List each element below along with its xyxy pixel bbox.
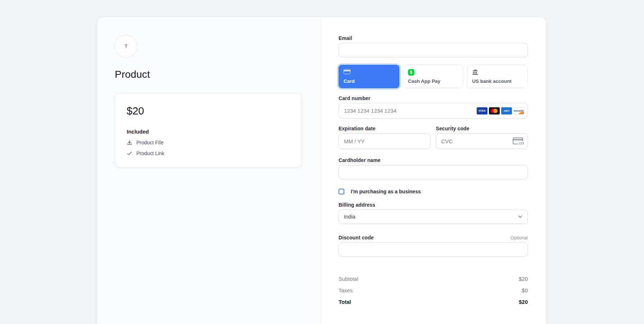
- avatar-letter: T: [125, 44, 128, 49]
- price-card: $20 Included Product FIle Product Link: [115, 93, 302, 167]
- chevron-down-icon: [518, 215, 522, 218]
- cash-app-icon: $: [408, 69, 414, 76]
- taxes-row: Taxes $0: [339, 287, 528, 294]
- country-select[interactable]: India: [339, 210, 528, 224]
- business-checkbox[interactable]: [339, 189, 344, 194]
- avatar: T: [115, 35, 137, 58]
- cardholder-label: Cardholder name: [339, 157, 528, 163]
- email-label: Email: [339, 35, 528, 41]
- card-number-label: Card number: [339, 95, 528, 101]
- expiration-input[interactable]: [339, 133, 431, 149]
- product-summary-panel: T Product $20 Included Product FIle Prod…: [97, 17, 321, 324]
- discover-badge: DISCOVER: [513, 107, 524, 114]
- tab-card[interactable]: Card: [339, 65, 399, 88]
- email-field[interactable]: [339, 43, 528, 57]
- taxes-label: Taxes: [339, 287, 353, 294]
- subtotal-row: Subtotal $20: [339, 276, 528, 282]
- total-row: Total $20: [339, 299, 528, 305]
- price-amount: $20: [127, 105, 290, 117]
- tab-label: Card: [344, 78, 394, 84]
- order-totals: Subtotal $20 Taxes $0 Total $20: [339, 276, 528, 305]
- download-icon: [127, 140, 132, 145]
- included-item-label: Product Link: [136, 150, 164, 156]
- discount-code-input[interactable]: [339, 242, 528, 257]
- expiration-label: Expiration date: [339, 126, 431, 131]
- total-label: Total: [339, 299, 351, 305]
- total-value: $20: [519, 299, 528, 305]
- billing-address-label: Billing address: [339, 202, 528, 208]
- svg-text:123: 123: [519, 141, 524, 145]
- taxes-value: $0: [522, 287, 528, 294]
- included-item-label: Product FIle: [136, 140, 163, 145]
- card-brand-badges: VISA AMEX DISCOVER: [477, 107, 524, 114]
- included-heading: Included: [127, 129, 290, 135]
- tab-us-bank-account[interactable]: US bank account: [467, 65, 528, 88]
- tab-label: US bank account: [472, 78, 523, 84]
- list-item: Product Link: [127, 150, 290, 156]
- business-checkbox-row[interactable]: I'm purchasing as a business: [339, 189, 528, 194]
- subtotal-value: $20: [519, 276, 528, 282]
- check-icon: [127, 150, 132, 156]
- credit-card-icon: [344, 69, 350, 74]
- mastercard-badge: [489, 107, 500, 114]
- discount-code-label: Discount code: [339, 235, 374, 240]
- subtotal-label: Subtotal: [339, 276, 358, 282]
- amex-badge: AMEX: [501, 107, 512, 114]
- tab-cash-app-pay[interactable]: $ Cash App Pay: [403, 65, 464, 88]
- cardholder-input[interactable]: [339, 165, 528, 179]
- optional-tag: Optional: [511, 235, 528, 240]
- visa-badge: VISA: [477, 107, 487, 114]
- security-code-label: Security code: [436, 126, 528, 131]
- list-item: Product FIle: [127, 140, 290, 145]
- checkout-panel: T Product $20 Included Product FIle Prod…: [97, 17, 546, 324]
- page-title: Product: [115, 69, 302, 80]
- payment-form-panel: Email Card $ Cash App Pay US bank accoun: [321, 17, 546, 324]
- tab-label: Cash App Pay: [408, 78, 459, 84]
- cvc-card-icon: 123: [512, 137, 524, 145]
- bank-icon: [472, 69, 479, 75]
- business-checkbox-label: I'm purchasing as a business: [351, 189, 421, 194]
- payment-method-tabs: Card $ Cash App Pay US bank account: [339, 65, 528, 88]
- country-select-value: India: [344, 214, 355, 220]
